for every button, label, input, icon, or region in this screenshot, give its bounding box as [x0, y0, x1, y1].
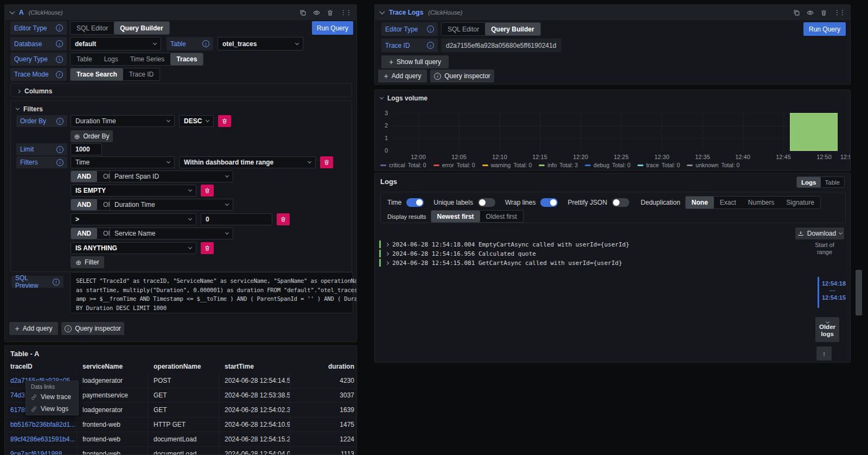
query-inspector-button[interactable]: Query inspector — [61, 322, 124, 335]
query-type-traces[interactable]: Traces — [170, 53, 203, 65]
expand-chevron-icon[interactable] — [17, 89, 21, 93]
filters-section-header[interactable]: Filters — [16, 105, 43, 113]
query-builder-option[interactable]: Query Builder — [114, 22, 169, 34]
order-by-field-select[interactable]: Duration Time — [71, 115, 175, 127]
info-bar[interactable] — [790, 113, 838, 151]
add-query-button[interactable]: Add query — [378, 69, 427, 83]
legend-item[interactable]: debugTotal: 0 — [585, 162, 630, 168]
sql-editor-option[interactable]: SQL Editor — [71, 22, 114, 34]
trash-icon[interactable] — [327, 9, 334, 16]
table-row[interactable]: bb5167b236bfa82d1... frontend-web HTTP G… — [5, 418, 357, 432]
remove-condition-button[interactable] — [201, 185, 214, 197]
trace-id-input[interactable]: d2a7155ef6a928a05680e5ff6190241d — [441, 39, 561, 52]
trace-link[interactable]: 89cf4286e631591b4... — [10, 435, 75, 443]
expand-chevron-icon[interactable] — [385, 261, 389, 264]
filter-field-select[interactable]: Service Name — [110, 228, 233, 239]
query-builder-option[interactable]: Query Builder — [485, 23, 540, 35]
wrap-lines-toggle[interactable] — [540, 198, 558, 207]
older-logs-button[interactable]: Older logs — [815, 317, 839, 342]
sql-editor-option[interactable]: SQL Editor — [442, 23, 485, 35]
trace-id-option[interactable]: Trace ID — [123, 68, 160, 80]
display-results-toggle[interactable]: Newest first Oldest first — [431, 210, 524, 223]
filter-operator-select[interactable]: IS EMPTY — [71, 185, 196, 197]
download-button[interactable]: Download — [795, 228, 844, 239]
filter-operator-select[interactable]: > — [71, 213, 196, 225]
remove-condition-button[interactable] — [277, 213, 290, 225]
query-type-table[interactable]: Table — [71, 53, 98, 65]
time-toggle[interactable] — [406, 198, 424, 207]
trace-search-option[interactable]: Trace Search — [71, 68, 123, 80]
duplicate-icon[interactable] — [793, 9, 800, 16]
editor-type-toggle[interactable]: SQL Editor Query Builder — [441, 22, 541, 36]
filter-operator-select[interactable]: IS ANYTHING — [71, 242, 196, 254]
menu-item-view-trace[interactable]: View trace — [26, 391, 78, 403]
add-filter-button[interactable]: Filter — [71, 256, 104, 268]
run-query-button[interactable]: Run Query — [803, 22, 846, 36]
scroll-to-top-button[interactable] — [816, 346, 832, 361]
legend-item[interactable]: errorTotal: 0 — [433, 162, 475, 168]
trace-link[interactable]: bb5167b236bfa82d1... — [10, 421, 75, 428]
table-select[interactable]: otel_traces — [218, 37, 303, 50]
column-header[interactable]: serviceName — [77, 363, 148, 370]
log-row[interactable]: 2024-06-28 12:54:18.004 EmptyCartAsync c… — [379, 241, 629, 248]
add-query-button[interactable]: Add query — [9, 322, 58, 335]
order-by-direction-select[interactable]: DESC — [179, 115, 214, 127]
eye-icon[interactable] — [313, 9, 320, 16]
run-query-button[interactable]: Run Query — [312, 21, 353, 35]
unique-labels-toggle[interactable] — [478, 198, 495, 207]
column-header[interactable]: duration — [290, 363, 357, 370]
legend-item[interactable]: criticalTotal: 0 — [380, 162, 426, 168]
query-inspector-button[interactable]: Query inspector — [430, 69, 494, 83]
duplicate-icon[interactable] — [299, 9, 307, 16]
legend-item[interactable]: traceTotal: 0 — [637, 162, 680, 168]
column-header[interactable]: traceID — [5, 363, 77, 370]
database-select[interactable]: default — [70, 37, 161, 50]
query-row-header[interactable]: Trace Logs (ClickHouse) — [375, 5, 850, 20]
remove-condition-button[interactable] — [201, 242, 214, 254]
filter-value-input[interactable]: 0 — [201, 213, 272, 225]
menu-item-view-logs[interactable]: View logs — [26, 403, 78, 415]
view-logs-option[interactable]: Logs — [797, 177, 820, 187]
limit-input[interactable]: 1000 — [71, 143, 102, 155]
logs-table-view-toggle[interactable]: Logs Table — [796, 176, 845, 188]
filter-field-select[interactable]: Duration Time — [110, 199, 233, 211]
collapse-chevron-icon[interactable] — [380, 96, 384, 99]
query-type-toggle[interactable]: Table Logs Time Series Traces — [70, 53, 203, 66]
add-order-by-button[interactable]: Order By — [71, 130, 113, 142]
columns-section[interactable]: Columns — [10, 83, 352, 97]
legend-item[interactable]: warningTotal: 0 — [482, 162, 532, 168]
prettify-json-toggle[interactable] — [612, 198, 629, 207]
trash-icon[interactable] — [820, 9, 827, 16]
filter-time-range-select[interactable]: Within dashboard time range — [179, 156, 316, 168]
log-row[interactable]: 2024-06-28 12:54:16.956 Calculated quote — [379, 250, 536, 257]
remove-order-by-button[interactable] — [218, 115, 231, 127]
expand-chevron-icon[interactable] — [385, 242, 389, 246]
legend-item[interactable]: unknownTotal: 0 — [687, 162, 739, 168]
query-row-header[interactable]: A (ClickHouse) — [5, 5, 356, 20]
deduplication-toggle[interactable]: None Exact Numbers Signature — [685, 196, 821, 209]
column-header[interactable]: operationName — [148, 363, 219, 370]
expand-chevron-icon[interactable] — [385, 251, 389, 255]
chart-plot-area[interactable] — [392, 113, 839, 151]
log-timeline-minimap[interactable] — [818, 277, 819, 308]
eye-icon[interactable] — [807, 9, 814, 16]
drag-handle-icon[interactable] — [834, 9, 845, 16]
query-type-timeseries[interactable]: Time Series — [124, 53, 171, 65]
log-row[interactable]: 2024-06-28 12:54:15.081 GetCartAsync cal… — [379, 259, 622, 267]
show-full-query-button[interactable]: Show full query — [381, 55, 449, 68]
filter-field-select[interactable]: Parent Span ID — [110, 170, 233, 182]
legend-item[interactable]: infoTotal: 3 — [539, 162, 578, 168]
logs-volume-header[interactable]: Logs volume — [380, 94, 427, 102]
scrollbar-thumb[interactable] — [856, 270, 862, 315]
filter-time-field-select[interactable]: Time — [71, 156, 175, 168]
table-row[interactable]: 89cf4286e631591b4... frontend-web docume… — [5, 432, 357, 447]
remove-filter-button[interactable] — [320, 156, 333, 168]
query-type-logs[interactable]: Logs — [98, 53, 124, 65]
collapse-chevron-icon[interactable] — [10, 9, 15, 15]
collapse-chevron-icon[interactable] — [380, 9, 385, 15]
drag-handle-icon[interactable] — [340, 9, 351, 16]
table-row[interactable]: 9ce7acf61941988... frontend-web document… — [5, 447, 357, 455]
collapse-chevron-icon[interactable] — [16, 106, 20, 110]
trace-link[interactable]: 9ce7acf61941988... — [10, 450, 67, 455]
trace-mode-toggle[interactable]: Trace Search Trace ID — [70, 68, 160, 81]
